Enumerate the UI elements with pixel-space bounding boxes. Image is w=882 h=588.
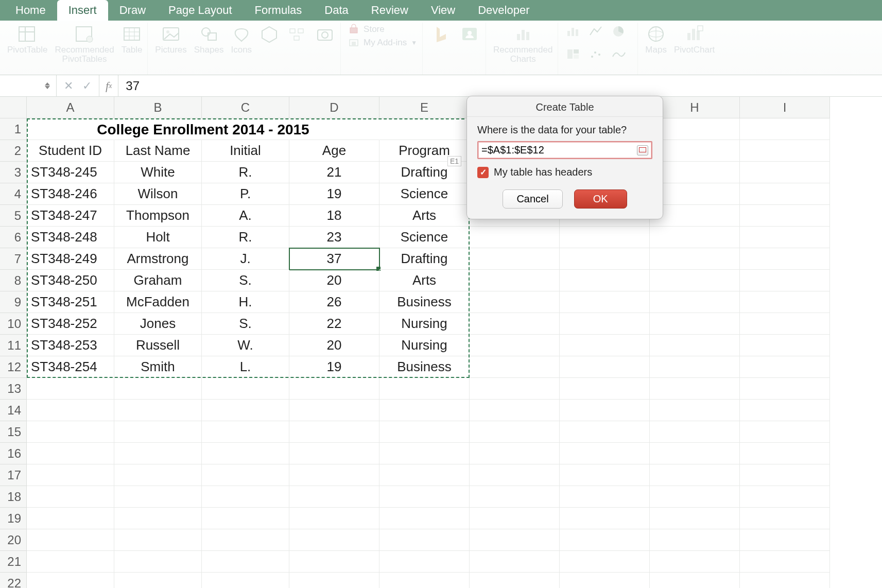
cell[interactable] xyxy=(379,551,470,573)
name-box-stepper[interactable] xyxy=(45,82,53,89)
cell[interactable] xyxy=(740,313,830,335)
column-chart-icon[interactable] xyxy=(565,24,581,39)
cancel-button[interactable]: Cancel xyxy=(503,189,562,209)
table-header-cell[interactable]: Last Name xyxy=(114,140,202,162)
cell[interactable] xyxy=(379,118,470,140)
smartart-button[interactable] xyxy=(287,24,307,44)
cell[interactable] xyxy=(470,248,560,270)
cell[interactable] xyxy=(740,291,830,313)
row-header[interactable]: 12 xyxy=(0,356,27,378)
cell[interactable] xyxy=(114,508,202,529)
cell[interactable] xyxy=(740,140,830,162)
table-cell[interactable]: ST348-249 xyxy=(27,248,114,270)
worksheet-grid[interactable]: A B C D E F G H I 12Student IDLast NameI… xyxy=(0,97,830,588)
cell[interactable] xyxy=(202,508,289,529)
cell[interactable] xyxy=(650,400,740,421)
table-cell[interactable]: ST348-253 xyxy=(27,335,114,356)
cell[interactable] xyxy=(650,508,740,529)
cell[interactable] xyxy=(650,551,740,573)
cell[interactable] xyxy=(114,443,202,464)
cell[interactable] xyxy=(560,248,650,270)
cell[interactable] xyxy=(202,118,289,140)
cell[interactable] xyxy=(27,400,114,421)
table-button[interactable]: Table xyxy=(122,24,143,55)
cell[interactable] xyxy=(289,443,379,464)
cell[interactable] xyxy=(560,356,650,378)
cell[interactable] xyxy=(650,162,740,183)
3dmodels-button[interactable] xyxy=(259,24,280,44)
cell[interactable] xyxy=(470,313,560,335)
col-header-d[interactable]: D xyxy=(289,97,379,118)
cell[interactable] xyxy=(470,400,560,421)
cell[interactable] xyxy=(650,356,740,378)
cell[interactable] xyxy=(470,270,560,291)
cell[interactable] xyxy=(202,464,289,486)
tab-page-layout[interactable]: Page Layout xyxy=(157,0,244,21)
table-cell[interactable]: ST348-248 xyxy=(27,227,114,248)
table-cell[interactable]: R. xyxy=(202,227,289,248)
row-header[interactable]: 3 xyxy=(0,162,27,183)
formula-input[interactable]: 37 xyxy=(118,79,882,93)
table-cell[interactable]: ST348-245 xyxy=(27,162,114,183)
people-graph-button[interactable] xyxy=(459,24,480,44)
cell[interactable] xyxy=(27,551,114,573)
row-header[interactable]: 9 xyxy=(0,291,27,313)
row-header[interactable]: 17 xyxy=(0,464,27,486)
cell[interactable] xyxy=(27,118,114,140)
cell[interactable] xyxy=(27,378,114,400)
cell[interactable] xyxy=(560,227,650,248)
screenshot-button[interactable] xyxy=(315,24,335,44)
cell[interactable] xyxy=(470,356,560,378)
table-header-cell[interactable]: Initial xyxy=(202,140,289,162)
name-box[interactable] xyxy=(0,75,57,96)
cell[interactable] xyxy=(470,551,560,573)
cell[interactable] xyxy=(289,421,379,443)
cell[interactable] xyxy=(740,378,830,400)
surface-chart-icon[interactable] xyxy=(611,46,626,62)
cell[interactable] xyxy=(560,551,650,573)
cell[interactable] xyxy=(740,356,830,378)
cell[interactable] xyxy=(650,140,740,162)
cell[interactable] xyxy=(740,551,830,573)
table-cell[interactable]: Jones xyxy=(114,313,202,335)
cell[interactable] xyxy=(379,378,470,400)
cell[interactable] xyxy=(470,291,560,313)
cell[interactable] xyxy=(560,400,650,421)
table-cell[interactable]: Wilson xyxy=(114,183,202,205)
table-cell[interactable]: Science xyxy=(379,183,470,205)
row-header[interactable]: 6 xyxy=(0,227,27,248)
table-cell[interactable]: H. xyxy=(202,291,289,313)
cell[interactable] xyxy=(560,443,650,464)
cell[interactable] xyxy=(202,529,289,551)
table-cell[interactable]: McFadden xyxy=(114,291,202,313)
cell[interactable] xyxy=(202,400,289,421)
table-cell[interactable]: ST348-246 xyxy=(27,183,114,205)
cell[interactable] xyxy=(650,573,740,588)
cell[interactable] xyxy=(114,400,202,421)
cell[interactable] xyxy=(650,421,740,443)
table-cell[interactable]: R. xyxy=(202,162,289,183)
cell[interactable] xyxy=(650,183,740,205)
cell[interactable] xyxy=(650,335,740,356)
row-header[interactable]: 5 xyxy=(0,205,27,227)
cell[interactable] xyxy=(27,443,114,464)
cell[interactable] xyxy=(379,443,470,464)
cell[interactable] xyxy=(740,464,830,486)
cell[interactable] xyxy=(740,227,830,248)
cell[interactable] xyxy=(740,248,830,270)
cell[interactable] xyxy=(650,464,740,486)
table-cell[interactable]: Arts xyxy=(379,270,470,291)
cell[interactable] xyxy=(27,421,114,443)
cell[interactable] xyxy=(560,335,650,356)
row-header[interactable]: 8 xyxy=(0,270,27,291)
select-all-corner[interactable] xyxy=(0,97,27,118)
table-cell[interactable]: 22 xyxy=(289,313,379,335)
table-cell[interactable]: 18 xyxy=(289,205,379,227)
table-cell[interactable]: J. xyxy=(202,248,289,270)
pivotchart-button[interactable]: PivotChart xyxy=(674,24,715,55)
tab-formulas[interactable]: Formulas xyxy=(244,0,314,21)
cell[interactable] xyxy=(650,227,740,248)
cell[interactable] xyxy=(740,508,830,529)
range-picker-icon[interactable] xyxy=(637,145,648,155)
row-header[interactable]: 16 xyxy=(0,443,27,464)
